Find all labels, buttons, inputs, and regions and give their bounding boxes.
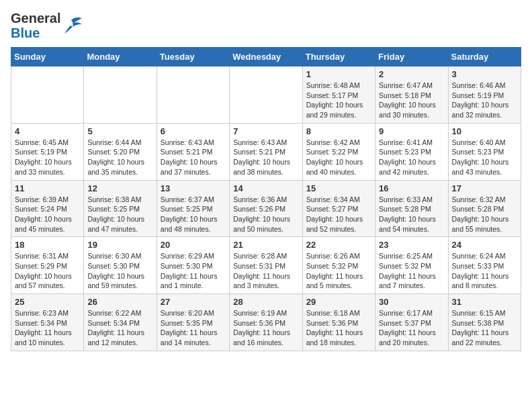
day-info: Sunrise: 6:29 AM Sunset: 5:30 PM Dayligh… xyxy=(161,251,226,291)
day-number: 12 xyxy=(87,183,152,193)
day-info: Sunrise: 6:43 AM Sunset: 5:21 PM Dayligh… xyxy=(233,138,298,177)
calendar-header-row: SundayMondayTuesdayWednesdayThursdayFrid… xyxy=(11,48,521,66)
day-number: 4 xyxy=(15,126,80,136)
day-number: 23 xyxy=(379,240,444,250)
day-info: Sunrise: 6:38 AM Sunset: 5:25 PM Dayligh… xyxy=(87,195,152,234)
day-number: 13 xyxy=(161,183,226,193)
calendar-header-wednesday: Wednesday xyxy=(230,48,302,66)
day-number: 7 xyxy=(233,126,298,136)
calendar-header-thursday: Thursday xyxy=(302,48,375,66)
day-number: 28 xyxy=(233,297,298,307)
calendar-header-tuesday: Tuesday xyxy=(157,48,229,66)
calendar-cell: 25Sunrise: 6:23 AM Sunset: 5:34 PM Dayli… xyxy=(11,294,84,351)
day-number: 9 xyxy=(379,126,444,136)
day-number: 22 xyxy=(306,240,371,250)
calendar-cell: 22Sunrise: 6:26 AM Sunset: 5:32 PM Dayli… xyxy=(302,237,375,294)
day-number: 3 xyxy=(452,69,517,79)
day-info: Sunrise: 6:44 AM Sunset: 5:20 PM Dayligh… xyxy=(87,138,152,177)
day-info: Sunrise: 6:25 AM Sunset: 5:32 PM Dayligh… xyxy=(379,251,444,291)
calendar-week-row: 1Sunrise: 6:48 AM Sunset: 5:17 PM Daylig… xyxy=(11,66,521,124)
day-info: Sunrise: 6:39 AM Sunset: 5:24 PM Dayligh… xyxy=(15,195,80,234)
calendar-cell: 13Sunrise: 6:37 AM Sunset: 5:25 PM Dayli… xyxy=(157,180,229,237)
day-number: 16 xyxy=(379,183,444,193)
calendar-cell: 14Sunrise: 6:36 AM Sunset: 5:26 PM Dayli… xyxy=(230,180,302,237)
day-info: Sunrise: 6:17 AM Sunset: 5:37 PM Dayligh… xyxy=(379,308,444,348)
day-info: Sunrise: 6:15 AM Sunset: 5:38 PM Dayligh… xyxy=(452,308,517,348)
calendar-week-row: 18Sunrise: 6:31 AM Sunset: 5:29 PM Dayli… xyxy=(11,237,521,294)
day-info: Sunrise: 6:36 AM Sunset: 5:26 PM Dayligh… xyxy=(233,195,298,234)
calendar-cell xyxy=(157,66,229,124)
day-info: Sunrise: 6:40 AM Sunset: 5:23 PM Dayligh… xyxy=(452,138,517,177)
logo-text-block: GeneralBlue xyxy=(11,11,60,40)
day-number: 11 xyxy=(15,183,80,193)
day-info: Sunrise: 6:46 AM Sunset: 5:19 PM Dayligh… xyxy=(452,81,517,120)
day-number: 1 xyxy=(306,69,371,79)
day-info: Sunrise: 6:37 AM Sunset: 5:25 PM Dayligh… xyxy=(161,195,226,234)
day-info: Sunrise: 6:26 AM Sunset: 5:32 PM Dayligh… xyxy=(306,251,371,291)
calendar-header-sunday: Sunday xyxy=(11,48,84,66)
calendar-cell: 28Sunrise: 6:19 AM Sunset: 5:36 PM Dayli… xyxy=(230,294,302,351)
calendar-cell xyxy=(230,66,302,124)
calendar-header-friday: Friday xyxy=(375,48,448,66)
page-header: GeneralBlue xyxy=(11,11,521,40)
calendar-cell xyxy=(84,66,157,124)
day-info: Sunrise: 6:24 AM Sunset: 5:33 PM Dayligh… xyxy=(452,251,517,291)
day-number: 10 xyxy=(452,126,517,136)
calendar-cell xyxy=(11,66,84,124)
day-number: 2 xyxy=(379,69,444,79)
day-number: 24 xyxy=(452,240,517,250)
calendar-cell: 18Sunrise: 6:31 AM Sunset: 5:29 PM Dayli… xyxy=(11,237,84,294)
day-number: 14 xyxy=(233,183,298,193)
day-info: Sunrise: 6:31 AM Sunset: 5:29 PM Dayligh… xyxy=(15,251,80,291)
day-info: Sunrise: 6:30 AM Sunset: 5:30 PM Dayligh… xyxy=(87,251,152,291)
day-info: Sunrise: 6:18 AM Sunset: 5:36 PM Dayligh… xyxy=(306,308,371,348)
day-info: Sunrise: 6:32 AM Sunset: 5:28 PM Dayligh… xyxy=(452,195,517,234)
day-info: Sunrise: 6:43 AM Sunset: 5:21 PM Dayligh… xyxy=(161,138,226,177)
logo-bird-icon xyxy=(63,16,83,35)
day-number: 18 xyxy=(15,240,80,250)
day-number: 17 xyxy=(452,183,517,193)
calendar-week-row: 25Sunrise: 6:23 AM Sunset: 5:34 PM Dayli… xyxy=(11,294,521,351)
day-number: 19 xyxy=(87,240,152,250)
calendar-cell: 20Sunrise: 6:29 AM Sunset: 5:30 PM Dayli… xyxy=(157,237,229,294)
day-info: Sunrise: 6:19 AM Sunset: 5:36 PM Dayligh… xyxy=(233,308,298,348)
calendar-cell: 8Sunrise: 6:42 AM Sunset: 5:22 PM Daylig… xyxy=(302,123,375,180)
calendar-cell: 12Sunrise: 6:38 AM Sunset: 5:25 PM Dayli… xyxy=(84,180,157,237)
day-number: 26 xyxy=(87,297,152,307)
day-number: 20 xyxy=(161,240,226,250)
calendar-cell: 2Sunrise: 6:47 AM Sunset: 5:18 PM Daylig… xyxy=(375,66,448,124)
calendar-cell: 1Sunrise: 6:48 AM Sunset: 5:17 PM Daylig… xyxy=(302,66,375,124)
day-info: Sunrise: 6:28 AM Sunset: 5:31 PM Dayligh… xyxy=(233,251,298,291)
day-info: Sunrise: 6:41 AM Sunset: 5:23 PM Dayligh… xyxy=(379,138,444,177)
calendar-cell: 27Sunrise: 6:20 AM Sunset: 5:35 PM Dayli… xyxy=(157,294,229,351)
calendar-cell: 7Sunrise: 6:43 AM Sunset: 5:21 PM Daylig… xyxy=(230,123,302,180)
calendar-header-saturday: Saturday xyxy=(448,48,521,66)
logo: GeneralBlue xyxy=(11,11,83,40)
calendar-cell: 19Sunrise: 6:30 AM Sunset: 5:30 PM Dayli… xyxy=(84,237,157,294)
day-number: 8 xyxy=(306,126,371,136)
calendar-cell: 30Sunrise: 6:17 AM Sunset: 5:37 PM Dayli… xyxy=(375,294,448,351)
day-number: 6 xyxy=(161,126,226,136)
calendar-week-row: 11Sunrise: 6:39 AM Sunset: 5:24 PM Dayli… xyxy=(11,180,521,237)
calendar-table: SundayMondayTuesdayWednesdayThursdayFrid… xyxy=(11,47,521,351)
day-info: Sunrise: 6:33 AM Sunset: 5:28 PM Dayligh… xyxy=(379,195,444,234)
calendar-cell: 31Sunrise: 6:15 AM Sunset: 5:38 PM Dayli… xyxy=(448,294,521,351)
day-number: 27 xyxy=(161,297,226,307)
day-number: 5 xyxy=(87,126,152,136)
day-info: Sunrise: 6:34 AM Sunset: 5:27 PM Dayligh… xyxy=(306,195,371,234)
day-info: Sunrise: 6:47 AM Sunset: 5:18 PM Dayligh… xyxy=(379,81,444,120)
day-number: 25 xyxy=(15,297,80,307)
calendar-cell: 9Sunrise: 6:41 AM Sunset: 5:23 PM Daylig… xyxy=(375,123,448,180)
calendar-cell: 6Sunrise: 6:43 AM Sunset: 5:21 PM Daylig… xyxy=(157,123,229,180)
calendar-cell: 17Sunrise: 6:32 AM Sunset: 5:28 PM Dayli… xyxy=(448,180,521,237)
calendar-cell: 23Sunrise: 6:25 AM Sunset: 5:32 PM Dayli… xyxy=(375,237,448,294)
day-info: Sunrise: 6:48 AM Sunset: 5:17 PM Dayligh… xyxy=(306,81,371,120)
day-info: Sunrise: 6:42 AM Sunset: 5:22 PM Dayligh… xyxy=(306,138,371,177)
calendar-cell: 16Sunrise: 6:33 AM Sunset: 5:28 PM Dayli… xyxy=(375,180,448,237)
calendar-cell: 26Sunrise: 6:22 AM Sunset: 5:34 PM Dayli… xyxy=(84,294,157,351)
day-number: 30 xyxy=(379,297,444,307)
day-info: Sunrise: 6:22 AM Sunset: 5:34 PM Dayligh… xyxy=(87,308,152,348)
calendar-header-monday: Monday xyxy=(84,48,157,66)
calendar-cell: 3Sunrise: 6:46 AM Sunset: 5:19 PM Daylig… xyxy=(448,66,521,124)
calendar-cell: 11Sunrise: 6:39 AM Sunset: 5:24 PM Dayli… xyxy=(11,180,84,237)
